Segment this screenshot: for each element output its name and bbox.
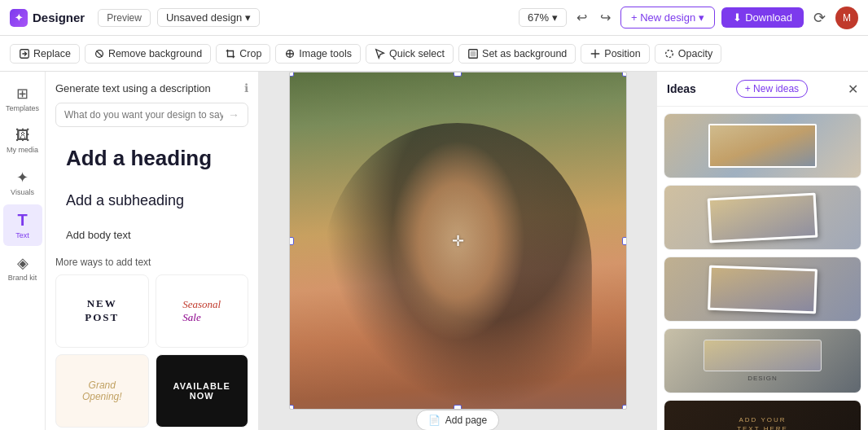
- redo-button[interactable]: ↪: [597, 7, 614, 29]
- corner-handle-tr[interactable]: [622, 72, 627, 77]
- generate-arrow-icon: →: [228, 108, 239, 121]
- zoom-control[interactable]: 67% ▾: [519, 8, 567, 27]
- my-media-icon: 🖼: [15, 127, 30, 144]
- idea-card-5[interactable]: ADD YOURTEXT HERE: [664, 400, 861, 430]
- logo-area: ✦ Designer: [10, 9, 85, 27]
- position-button[interactable]: Position: [581, 44, 649, 64]
- left-panel: Generate text using a description ℹ → Ad…: [46, 72, 259, 430]
- undo-button[interactable]: ↩: [573, 7, 590, 29]
- close-panel-button[interactable]: ✕: [848, 81, 858, 97]
- canvas-wrapper: ✛: [259, 72, 656, 410]
- sidebar-item-my-media[interactable]: 🖼 My media: [3, 121, 42, 160]
- image-tools-button[interactable]: Image tools: [275, 44, 361, 64]
- corner-handle-ml[interactable]: [289, 237, 294, 245]
- crop-button[interactable]: Crop: [216, 44, 270, 64]
- design-name[interactable]: Unsaved design ▾: [157, 8, 260, 27]
- share-button[interactable]: ⟳: [810, 6, 829, 30]
- template-new-post[interactable]: NEWPOST: [55, 274, 149, 348]
- opacity-button[interactable]: Opacity: [655, 44, 721, 64]
- info-icon[interactable]: ℹ: [244, 81, 248, 94]
- ideas-grid: DESIGN ADD YOURTEXT HERE: [657, 107, 868, 430]
- sidebar-item-templates[interactable]: ⊞ Templates: [3, 78, 42, 119]
- canvas-area: ✛ 📄 Add page: [259, 72, 656, 430]
- quick-select-button[interactable]: Quick select: [366, 44, 454, 64]
- svg-point-5: [665, 50, 673, 57]
- replace-button[interactable]: Replace: [10, 44, 80, 64]
- template-seasonal-sale[interactable]: SeasonalSale: [156, 274, 249, 348]
- idea-card-2[interactable]: [664, 185, 861, 250]
- logo-icon: ✦: [10, 9, 28, 27]
- sidebar-item-visuals[interactable]: ✦ Visuals: [3, 162, 42, 203]
- image-toolbar: Replace Remove background Crop Image too…: [0, 36, 868, 72]
- panel-header: Generate text using a description ℹ: [55, 81, 248, 94]
- add-page-icon: 📄: [428, 415, 441, 426]
- corner-handle-mr[interactable]: [622, 237, 627, 245]
- corner-handle-tl[interactable]: [289, 72, 294, 77]
- app-name: Designer: [33, 11, 85, 24]
- add-page-button[interactable]: 📄 Add page: [416, 410, 499, 430]
- brand-kit-icon: ◈: [17, 254, 28, 272]
- idea-card-1[interactable]: [664, 113, 861, 178]
- add-heading-button[interactable]: Add a heading: [55, 137, 248, 180]
- canvas[interactable]: ✛: [289, 72, 627, 410]
- templates-icon: ⊞: [16, 85, 28, 103]
- template-grand-opening[interactable]: GrandOpening!: [55, 354, 149, 428]
- ideas-title: Ideas: [667, 82, 696, 95]
- generate-input-wrapper[interactable]: →: [55, 103, 248, 127]
- remove-background-button[interactable]: Remove background: [85, 44, 211, 64]
- panel-title: Generate text using a description: [55, 82, 211, 94]
- corner-handle-br[interactable]: [622, 405, 627, 410]
- download-button[interactable]: ⬇ Download: [721, 7, 804, 28]
- idea-card-3[interactable]: [664, 257, 861, 322]
- text-icon: T: [17, 211, 27, 230]
- template-available-now[interactable]: AVAILABLENOW: [156, 354, 249, 428]
- corner-handle-tm[interactable]: [454, 72, 462, 77]
- add-page-bar: 📄 Add page: [416, 410, 499, 430]
- add-subheading-button[interactable]: Add a subheading: [55, 185, 248, 217]
- template-grid: NEWPOST SeasonalSale GrandOpening! AVAIL…: [55, 274, 248, 430]
- new-design-button[interactable]: + New design ▾: [620, 7, 715, 29]
- idea-card-4[interactable]: DESIGN: [664, 328, 861, 393]
- main-layout: ⊞ Templates 🖼 My media ✦ Visuals T Text …: [0, 72, 868, 430]
- right-panel: Ideas + New ideas ✕: [656, 72, 868, 430]
- corner-handle-bm[interactable]: [454, 405, 462, 410]
- sidebar-item-text[interactable]: T Text: [3, 204, 42, 246]
- set-as-background-button[interactable]: Set as background: [458, 44, 576, 64]
- sidebar-item-brand-kit[interactable]: ◈ Brand kit: [3, 248, 42, 288]
- right-panel-header: Ideas + New ideas ✕: [657, 72, 868, 107]
- topbar: ✦ Designer Preview Unsaved design ▾ 67% …: [0, 0, 868, 36]
- add-body-text-button[interactable]: Add body text: [55, 222, 248, 248]
- avatar: M: [835, 7, 858, 29]
- visuals-icon: ✦: [16, 169, 28, 186]
- svg-rect-4: [471, 51, 475, 55]
- sidebar-icons: ⊞ Templates 🖼 My media ✦ Visuals T Text …: [0, 72, 46, 430]
- preview-button[interactable]: Preview: [98, 9, 151, 27]
- generate-text-input[interactable]: [64, 109, 223, 121]
- new-ideas-button[interactable]: + New ideas: [736, 80, 808, 98]
- corner-handle-bl[interactable]: [289, 405, 294, 410]
- more-ways-title: More ways to add text: [55, 257, 248, 268]
